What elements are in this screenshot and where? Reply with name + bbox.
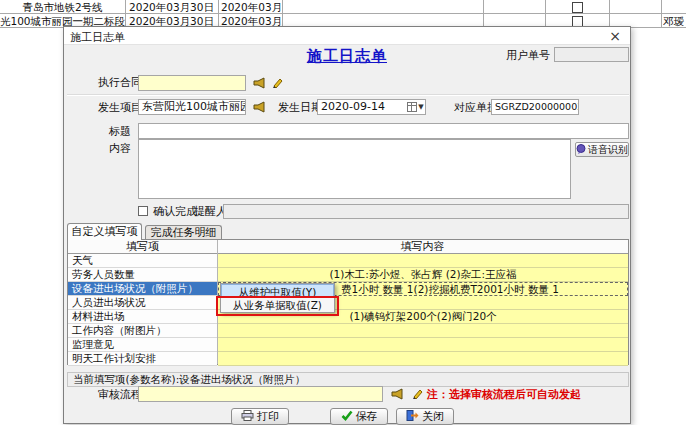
bg-project-name: 青岛市地铁2号线 [0,1,125,13]
speaker-picker-icon[interactable] [253,77,266,92]
fill-item-label[interactable]: 设备进出场状况（附照片） [68,282,217,296]
table-row-selected[interactable]: 设备进出场状况（附照片） 费1小时 数量 1(2)挖掘机费T2001小时 数量 … [68,282,628,296]
contract-input[interactable] [138,75,246,91]
fill-item-content[interactable]: (1)木工:苏小煜、张占辉 (2)杂工:王应福 [218,268,628,282]
user-no-input[interactable] [554,47,629,62]
divider [545,0,546,28]
contract-label: 执行合同 [98,76,142,90]
divider [609,0,610,28]
divider [218,0,219,28]
context-menu: 从维护中取值(Y) 从业务单据取值(Z) [220,283,335,313]
title-label: 标题 [109,125,131,139]
content-textarea[interactable] [138,139,571,199]
divider [661,0,662,28]
column-header: 填写内容 [217,240,628,253]
close-button-label: 关闭 [422,409,444,424]
tab-completed-task-detail[interactable]: 完成任务明细 [145,225,222,240]
table-row[interactable]: 天气 [68,254,628,268]
column-header: 填写项 [68,240,217,253]
fill-item-label[interactable]: 人员进出场状况 [68,296,217,310]
divider [483,0,484,28]
divider [282,0,283,28]
voice-button-label: 语音识别 [588,143,628,157]
table-row[interactable]: 明天工作计划安排 [68,352,628,366]
bg-signer: 邓瑷 [663,15,686,27]
date-input[interactable]: 2020-09-14 ▼ [317,99,426,115]
table-row[interactable]: 监理意见 [68,338,628,352]
print-button[interactable]: 打印 [231,408,289,425]
table-row[interactable]: 工作内容（附图片） [68,324,628,338]
content-label: 内容 [109,142,131,156]
menu-item-get-from-business-doc[interactable]: 从业务单据取值(Z) [221,298,334,312]
fill-items-table: 填写项 填写内容 天气 劳务人员数量 (1)木工:苏小煜、张占辉 (2)杂工:王… [67,239,629,365]
confirm-checkbox[interactable] [138,206,148,216]
fill-item-label[interactable]: 明天工作计划安排 [68,352,217,366]
fill-item-content[interactable] [218,338,628,352]
fill-item-label[interactable]: 材料进出场 [68,310,217,324]
dialog-title: 施工日志单 [70,30,125,45]
project-label: 发生项目 [98,101,142,115]
bg-date2: 2020年03月3 [221,1,281,13]
review-note: 注：选择审核流程后可自动发起 [427,388,581,402]
user-no-label: 用户单号 [506,49,550,63]
green-check-icon [341,410,353,424]
save-button-label: 保存 [356,409,378,424]
table-header: 填写项 填写内容 [68,240,628,254]
speaker-picker-icon[interactable] [391,388,404,403]
construction-log-dialog: 施工日志单 × 施工日志单 用户单号 执行合同 发生项目 东营阳光100城市丽园… [63,26,631,424]
review-flow-label: 审核流程 [98,388,142,402]
title-input[interactable] [138,123,629,139]
fill-item-label[interactable]: 监理意见 [68,338,217,352]
fill-item-content[interactable] [218,352,628,366]
fill-item-label[interactable]: 天气 [68,254,217,268]
review-flow-input[interactable] [138,386,383,402]
divider [67,94,629,96]
doc-input[interactable]: SGRZD200000002 [491,99,579,115]
dialog-titlebar[interactable]: 施工日志单 × [64,27,630,45]
voice-bubble-icon [576,144,586,156]
speaker-picker-icon[interactable] [253,101,266,116]
background-table: 青岛市地铁2号线 2020年03月30日 2020年03月3 东营阳光100城市… [0,0,686,28]
save-button[interactable]: 保存 [330,408,388,425]
reminder-input[interactable] [223,204,629,219]
pencil-edit-icon[interactable] [271,76,284,92]
close-button[interactable]: 关闭 [396,408,454,425]
current-item-statusbar: 当前填写项(参数名称):设备进出场状况（附照片） [67,372,629,387]
printer-icon [241,410,254,424]
bg-date1: 2020年03月30日 [125,1,218,13]
fill-item-content[interactable] [218,254,628,268]
exit-door-icon [406,410,419,424]
fill-item-label[interactable]: 劳务人员数量 [68,268,217,282]
row-checkbox[interactable] [572,2,583,13]
divider [125,0,126,28]
close-x-icon[interactable]: × [609,28,621,44]
project-input[interactable]: 东营阳光100城市丽园一期二标段 [138,99,246,115]
menu-item-get-from-maintenance[interactable]: 从维护中取值(Y) [221,284,334,298]
print-button-label: 打印 [257,409,279,424]
tab-custom-fill-items[interactable]: 自定义填写项 [67,223,142,240]
table-row[interactable]: 人员进出场状况 [68,296,628,310]
confirm-label: 确认完成 [153,205,197,219]
voice-recognition-button[interactable]: 语音识别 [575,142,629,157]
table-row[interactable]: 材料进出场 (1)碘钨灯架200个(2)阀门20个 [68,310,628,324]
table-row[interactable]: 劳务人员数量 (1)木工:苏小煜、张占辉 (2)杂工:王应福 [68,268,628,282]
fill-item-content[interactable] [218,324,628,338]
date-value: 2020-09-14 [321,100,385,113]
calendar-dropdown-icon[interactable]: ▼ [407,101,424,113]
fill-item-label[interactable]: 工作内容（附图片） [68,324,217,338]
pencil-edit-icon[interactable] [411,387,424,403]
date-label: 发生日期 [278,101,322,115]
